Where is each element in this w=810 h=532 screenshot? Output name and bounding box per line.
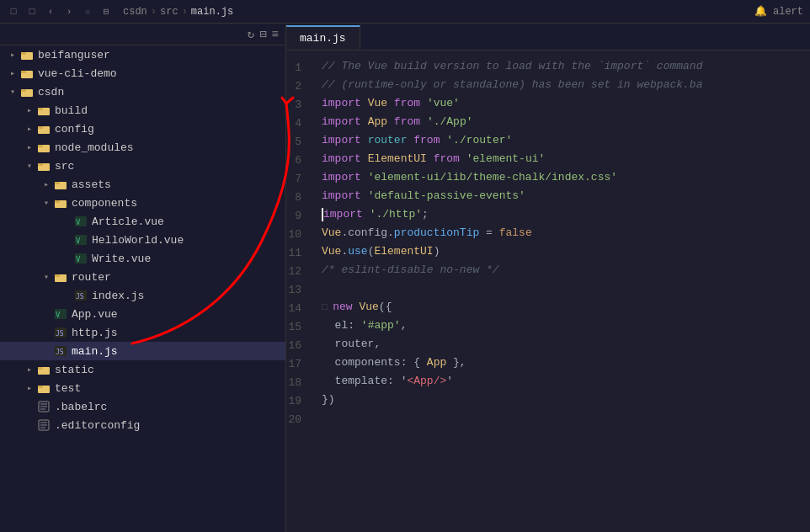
collapse-icon[interactable]: ⊟ xyxy=(259,27,266,41)
split-icon[interactable]: ⊟ xyxy=(99,5,113,19)
tree-arrow-router xyxy=(40,271,52,283)
tree-item-main.js[interactable]: JSmain.js xyxy=(0,342,285,360)
tree-item-vue-cli-demo[interactable]: vue-cli-demo xyxy=(0,64,285,82)
tree-item-HelloWorld.vue[interactable]: VHelloWorld.vue xyxy=(0,231,285,249)
back-icon[interactable]: □ xyxy=(7,5,20,19)
token-plain xyxy=(420,113,427,131)
tree-item-static[interactable]: static xyxy=(0,360,285,379)
line-number-6: 6 xyxy=(286,152,312,170)
nav-back-icon[interactable]: ‹ xyxy=(44,5,57,19)
token-bool: false xyxy=(499,224,532,242)
nav-forward-icon[interactable]: › xyxy=(62,5,76,19)
tree-arrow-components xyxy=(40,197,52,209)
tree-icon-beifanguser xyxy=(20,48,34,61)
token-fn: use xyxy=(348,242,367,261)
token-plain xyxy=(322,317,335,335)
svg-rect-5 xyxy=(21,89,26,92)
breadcrumb: csdn › src › main.js xyxy=(123,6,233,18)
tree-label-.babelrc: .babelrc xyxy=(55,401,107,413)
sidebar: ↻ ⊟ ≡ beifanguservue-cli-democsdnbuildco… xyxy=(0,24,286,532)
token-plain xyxy=(353,298,360,317)
menu-icon[interactable]: ≡ xyxy=(272,28,279,41)
token-plain xyxy=(322,372,335,391)
token-str: 'default-passive-events' xyxy=(368,187,525,205)
tree-label-App.vue: App.vue xyxy=(72,308,118,321)
line-number-17: 17 xyxy=(286,355,312,374)
tree-icon-Write.vue: V xyxy=(74,252,88,265)
code-lines: // The Vue build version to load with th… xyxy=(322,57,810,525)
code-line-13 xyxy=(322,279,793,298)
refresh-icon[interactable]: ↻ xyxy=(248,27,254,41)
line-number-13: 13 xyxy=(286,281,312,300)
breadcrumb-src[interactable]: src xyxy=(160,6,179,18)
tree-label-Write.vue: Write.vue xyxy=(92,253,151,265)
tree-item-node_modules[interactable]: node_modules xyxy=(0,138,285,157)
code-line-10: Vue.config.productionTip = false xyxy=(322,224,793,242)
tree-item-Article.vue[interactable]: VArticle.vue xyxy=(0,212,285,231)
token-plain: : xyxy=(348,317,361,335)
line-number-14: 14 xyxy=(286,300,312,318)
line-number-20: 20 xyxy=(286,411,312,429)
code-editor[interactable]: 1234567891011121314151617181920 // The V… xyxy=(286,51,810,532)
svg-text:JS: JS xyxy=(56,348,64,356)
tree-item-components[interactable]: components xyxy=(0,194,285,212)
svg-rect-1 xyxy=(21,52,26,55)
token-str: 'element-ui' xyxy=(466,150,546,168)
tree-item-test[interactable]: test xyxy=(0,379,285,397)
tile-icon[interactable]: □ xyxy=(25,5,39,19)
token-kw: import xyxy=(322,168,361,187)
tree-icon-vue-cli-demo xyxy=(20,66,34,80)
token-str: './http' xyxy=(370,205,422,224)
code-line-4: import App from './App' xyxy=(322,113,793,131)
token-plain xyxy=(363,205,370,224)
code-line-15: el: '#app', xyxy=(322,317,793,335)
token-plain: : { xyxy=(401,354,427,372)
tree-item-assets[interactable]: assets xyxy=(0,175,285,194)
tree-icon-test xyxy=(37,381,51,395)
fold-icon-14[interactable]: □ xyxy=(322,298,333,317)
code-line-6: import ElementUI from 'element-ui' xyxy=(322,150,793,168)
token-prop: template xyxy=(335,372,387,391)
token-plain: . xyxy=(341,224,348,242)
token-kw: import xyxy=(323,205,363,224)
tree-icon-static xyxy=(37,363,51,376)
token-import-name: Vue xyxy=(368,94,387,113)
tree-item-build[interactable]: build xyxy=(0,101,285,120)
token-plain: }, xyxy=(446,354,466,372)
tree-item-beifanguser[interactable]: beifanguser xyxy=(0,45,285,64)
token-plain xyxy=(460,150,466,168)
token-import-name: ElementUI xyxy=(368,150,427,168)
tree-item-index.js[interactable]: JSindex.js xyxy=(0,286,285,305)
token-import-name: App xyxy=(368,113,387,131)
tree-item-Write.vue[interactable]: VWrite.vue xyxy=(0,249,285,268)
token-plain xyxy=(440,131,446,150)
token-plain xyxy=(361,150,368,168)
svg-rect-35 xyxy=(38,367,43,370)
breadcrumb-csdn[interactable]: csdn xyxy=(123,6,147,18)
token-kw: from xyxy=(413,131,440,150)
tree-arrow-node_modules xyxy=(24,141,35,153)
code-line-1: // The Vue build version to load with th… xyxy=(322,57,793,76)
tree-item-App.vue[interactable]: VApp.vue xyxy=(0,305,285,323)
line-number-8: 8 xyxy=(286,189,312,207)
svg-text:JS: JS xyxy=(76,293,84,301)
token-comment: // The Vue build version to load with th… xyxy=(322,57,702,76)
tree-item-.babelrc[interactable]: .babelrc xyxy=(0,397,285,416)
tree-arrow-test xyxy=(24,382,35,394)
tab-main-js[interactable]: main.js xyxy=(286,25,360,50)
tree-item-src[interactable]: src xyxy=(0,157,285,175)
tree-item-router[interactable]: router xyxy=(0,268,285,286)
tree-item-.editorconfig[interactable]: .editorconfig xyxy=(0,416,285,434)
token-tag: <App/> xyxy=(407,372,446,391)
star-icon[interactable]: ☆ xyxy=(81,5,94,19)
tree-label-main.js: main.js xyxy=(72,345,118,358)
svg-rect-3 xyxy=(21,71,26,73)
tree-icon-http.js: JS xyxy=(54,326,67,339)
tree-arrow-csdn xyxy=(7,86,19,98)
tree-item-config[interactable]: config xyxy=(0,120,285,138)
line-number-19: 19 xyxy=(286,392,312,411)
tree-item-http.js[interactable]: JShttp.js xyxy=(0,323,285,342)
tree-item-csdn[interactable]: csdn xyxy=(0,82,285,101)
alert-icon: 🔔 xyxy=(754,6,767,18)
token-plain: . xyxy=(341,242,348,261)
